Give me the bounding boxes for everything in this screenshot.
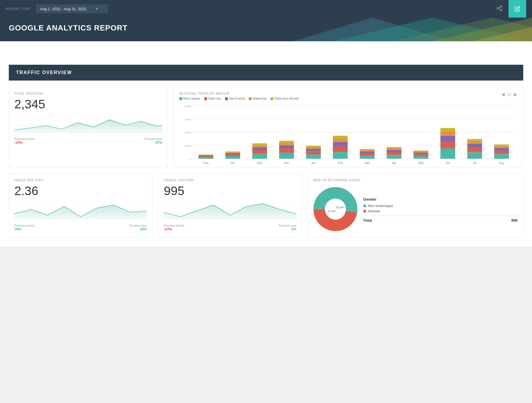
- red-dot: [363, 210, 366, 213]
- svg-rect-91: [494, 148, 509, 151]
- bar-chart: 01,5003,0004,5006,000SepOctNovDecJanFebM…: [179, 103, 518, 162]
- svg-rect-85: [467, 144, 482, 147]
- svg-rect-83: [467, 152, 482, 159]
- svg-text:Mar: Mar: [364, 161, 370, 165]
- pages-per-visit-value: 2.36: [14, 184, 147, 198]
- svg-rect-65: [386, 155, 401, 159]
- svg-rect-69: [386, 147, 401, 148]
- share-button[interactable]: [490, 5, 509, 13]
- new-vs-returning-label: NEW VS RETURNING USERS: [313, 179, 518, 182]
- svg-rect-24: [198, 156, 213, 157]
- legend-item-red: Aenean: [363, 209, 518, 213]
- donut-chart: 47.5% 52.5%: [313, 187, 357, 232]
- pages-per-visit-card: PAGES PER VISIT 2.36: [9, 173, 152, 238]
- svg-rect-90: [494, 151, 509, 154]
- teal-dot: [363, 204, 366, 207]
- svg-rect-50: [306, 147, 320, 149]
- chart-next-btn[interactable]: ▶: [513, 92, 518, 97]
- svg-rect-57: [333, 136, 347, 139]
- svg-text:Apr: Apr: [392, 161, 396, 165]
- total-sessions-value: 2,345: [14, 98, 162, 111]
- svg-point-0: [500, 5, 502, 7]
- total-label: Total: [363, 218, 372, 223]
- date-range-selector[interactable]: Aug 1, 2022 - Aug 31, 2022 ▼: [36, 5, 108, 13]
- bar-chart-svg: 01,5003,0004,5006,000SepOctNovDecJanFebM…: [179, 103, 518, 168]
- unique-period-change: -57%: [164, 227, 184, 231]
- total-sessions-card: TOTAL SESSIONS 2,345: [9, 86, 168, 167]
- svg-rect-53: [333, 152, 347, 159]
- svg-text:3,000: 3,000: [184, 131, 191, 134]
- total-sessions-period-change: -23%: [14, 141, 35, 145]
- svg-rect-66: [386, 152, 401, 155]
- svg-rect-87: [467, 139, 482, 141]
- svg-text:6,000: 6,000: [184, 105, 191, 108]
- svg-rect-93: [494, 144, 509, 146]
- svg-text:52.5%: 52.5%: [336, 206, 344, 209]
- svg-rect-27: [198, 155, 213, 155]
- svg-text:Feb: Feb: [338, 161, 343, 165]
- legend-item: Sed in amet: [225, 97, 245, 100]
- pages-period-change: 79%: [14, 227, 35, 231]
- svg-rect-26: [198, 155, 213, 156]
- svg-line-3: [499, 8, 500, 10]
- unique-visitors-sparkline: [164, 201, 296, 221]
- svg-rect-61: [360, 151, 374, 153]
- svg-text:May: May: [418, 161, 424, 165]
- top-metrics-row: TOTAL SESSIONS 2,345: [9, 86, 523, 167]
- chart-prev-btn[interactable]: ◀: [501, 92, 505, 97]
- svg-text:Dec: Dec: [284, 161, 289, 165]
- svg-rect-38: [252, 145, 267, 148]
- svg-rect-39: [252, 144, 267, 145]
- svg-rect-62: [360, 150, 374, 151]
- new-vs-returning-card: NEW VS RETURNING USERS 47.5%: [308, 173, 523, 238]
- svg-rect-30: [225, 154, 240, 156]
- svg-rect-86: [467, 141, 482, 144]
- white-section: TRAFFIC OVERVIEW TOTAL SESSIONS 2,345: [0, 41, 532, 247]
- svg-rect-60: [360, 153, 374, 156]
- svg-text:Oct: Oct: [230, 161, 235, 165]
- svg-rect-89: [494, 154, 509, 159]
- svg-rect-68: [386, 148, 401, 150]
- total-sessions-sparkline: [14, 114, 162, 134]
- svg-rect-81: [440, 128, 455, 132]
- pages-per-visit-periods: Previous period 79% Previous year 34%: [14, 224, 147, 231]
- legend-item: Risus massa: [179, 97, 200, 100]
- unique-visitors-periods: Previous period -57% Previous year 2%: [164, 224, 296, 231]
- svg-text:47.5%: 47.5%: [328, 210, 336, 213]
- sessions-trend-card: SESSIONS TREND BY MEDIUM Risus massaDolo…: [174, 86, 524, 167]
- svg-rect-54: [333, 146, 347, 152]
- edit-button[interactable]: [509, 0, 526, 18]
- svg-text:Jul: Jul: [473, 161, 476, 165]
- date-range-value: Aug 1, 2022 - Aug 31, 2022: [40, 7, 86, 11]
- top-bar-actions: [490, 0, 526, 18]
- legend-item: Nulla nunc elit erat: [270, 97, 299, 100]
- svg-rect-51: [306, 146, 320, 147]
- svg-rect-92: [494, 146, 509, 148]
- svg-rect-32: [225, 152, 240, 153]
- legend-item: Dolor non: [204, 97, 221, 100]
- svg-rect-84: [467, 147, 482, 152]
- svg-rect-63: [360, 149, 374, 150]
- pages-per-visit-sparkline: [14, 201, 147, 221]
- donut-content: 47.5% 52.5% Gender Non scelerisque Aenea…: [313, 187, 518, 232]
- svg-rect-47: [306, 154, 320, 159]
- svg-text:1,500: 1,500: [184, 144, 191, 147]
- svg-text:4,500: 4,500: [184, 118, 191, 121]
- svg-rect-80: [440, 132, 455, 136]
- svg-rect-55: [333, 142, 347, 146]
- chart-nav: ◀ 1/2 ▶: [501, 92, 518, 97]
- section-title: TRAFFIC OVERVIEW: [16, 70, 72, 75]
- svg-rect-45: [279, 141, 294, 143]
- svg-rect-41: [279, 153, 294, 159]
- svg-rect-79: [440, 136, 455, 141]
- top-bar: REPORT FOR Aug 1, 2022 - Aug 31, 2022 ▼: [0, 0, 532, 18]
- svg-rect-31: [225, 153, 240, 155]
- total-sessions-year-change: 37%: [144, 141, 162, 145]
- svg-text:Sep: Sep: [203, 161, 208, 165]
- svg-rect-78: [440, 141, 455, 148]
- svg-text:0: 0: [189, 158, 191, 160]
- svg-rect-74: [413, 151, 428, 153]
- svg-rect-49: [306, 149, 320, 151]
- svg-text:Jun: Jun: [445, 161, 450, 165]
- total-sessions-periods: Previous period -23% Previous year 37%: [14, 137, 162, 145]
